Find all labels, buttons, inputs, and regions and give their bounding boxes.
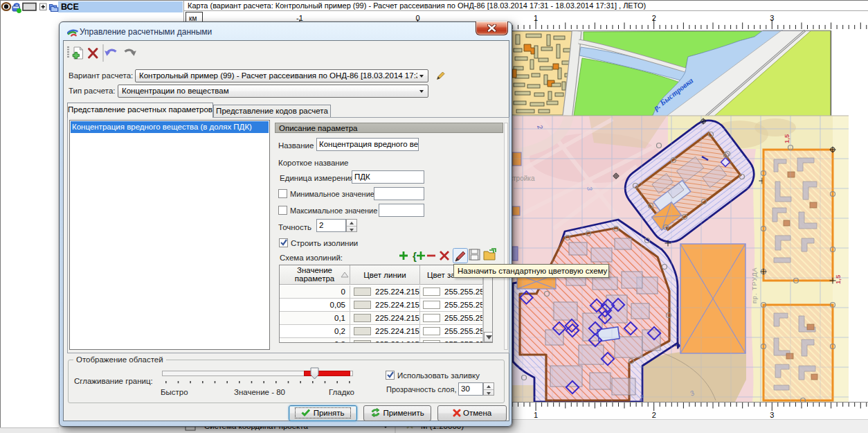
- svg-text:3: 3: [770, 14, 774, 22]
- svg-text:1,5: 1,5: [834, 274, 842, 284]
- svg-text:1,5: 1,5: [783, 134, 790, 143]
- svg-text:1: 1: [534, 411, 538, 419]
- svg-text:ВСЕ: ВСЕ: [61, 2, 79, 12]
- svg-text:3: 3: [770, 411, 774, 419]
- svg-text:1: 1: [534, 14, 538, 22]
- svg-text:2: 2: [652, 14, 656, 22]
- svg-text:стройка: стройка: [509, 175, 535, 182]
- svg-text:2: 2: [652, 411, 656, 419]
- svg-text:{: {: [413, 250, 417, 262]
- svg-text:пр. ТРУДА: пр. ТРУДА: [751, 267, 758, 303]
